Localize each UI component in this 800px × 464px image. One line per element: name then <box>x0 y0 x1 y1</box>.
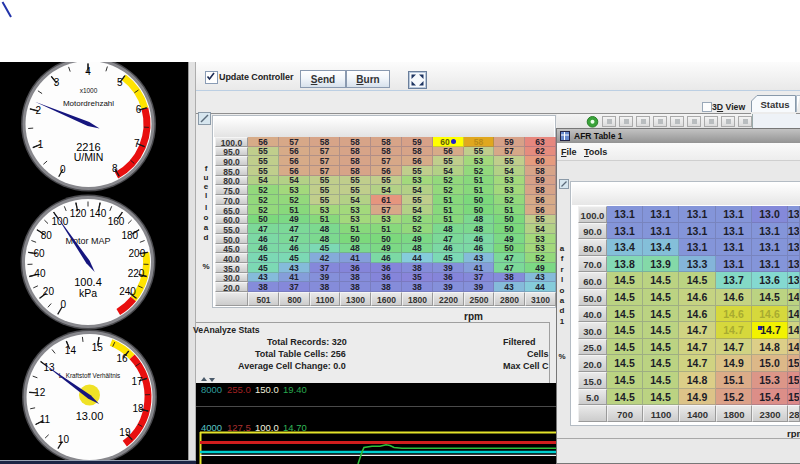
svg-text:13.00: 13.00 <box>76 410 104 422</box>
svg-text:10: 10 <box>58 434 70 445</box>
svg-text:3: 3 <box>54 77 60 88</box>
svg-text:0: 0 <box>60 164 66 175</box>
svg-text:U/MIN: U/MIN <box>74 151 104 163</box>
svg-text:40: 40 <box>34 268 46 279</box>
svg-text:8: 8 <box>112 163 118 174</box>
svg-text:80: 80 <box>41 230 53 241</box>
svg-text:Motordrehzahl: Motordrehzahl <box>63 99 114 108</box>
svg-text:0: 0 <box>60 299 66 310</box>
svg-text:220: 220 <box>128 268 145 279</box>
svg-text:6: 6 <box>136 104 142 115</box>
svg-text:18: 18 <box>133 403 145 414</box>
svg-text:1: 1 <box>38 139 44 150</box>
svg-text:4: 4 <box>85 66 91 77</box>
svg-text:L. Kraftstoff Verhältnis: L. Kraftstoff Verhältnis <box>59 372 121 379</box>
svg-text:14: 14 <box>65 345 77 356</box>
svg-text:140: 140 <box>90 208 107 219</box>
svg-text:20: 20 <box>43 286 55 297</box>
svg-text:kPa: kPa <box>79 287 97 299</box>
svg-text:160: 160 <box>108 216 125 227</box>
svg-text:5: 5 <box>117 77 123 88</box>
svg-text:16: 16 <box>116 353 128 364</box>
svg-text:x1000: x1000 <box>80 87 98 94</box>
svg-text:180: 180 <box>121 230 138 241</box>
svg-text:240: 240 <box>119 286 136 297</box>
svg-text:11: 11 <box>40 414 51 425</box>
svg-text:2: 2 <box>35 105 41 116</box>
svg-text:12: 12 <box>34 387 46 398</box>
svg-text:19: 19 <box>119 427 131 438</box>
svg-text:17: 17 <box>132 376 144 387</box>
svg-text:60: 60 <box>34 248 46 259</box>
svg-text:7: 7 <box>134 138 140 149</box>
svg-text:200: 200 <box>129 248 146 259</box>
svg-text:120: 120 <box>70 208 87 219</box>
svg-text:15: 15 <box>92 342 104 353</box>
